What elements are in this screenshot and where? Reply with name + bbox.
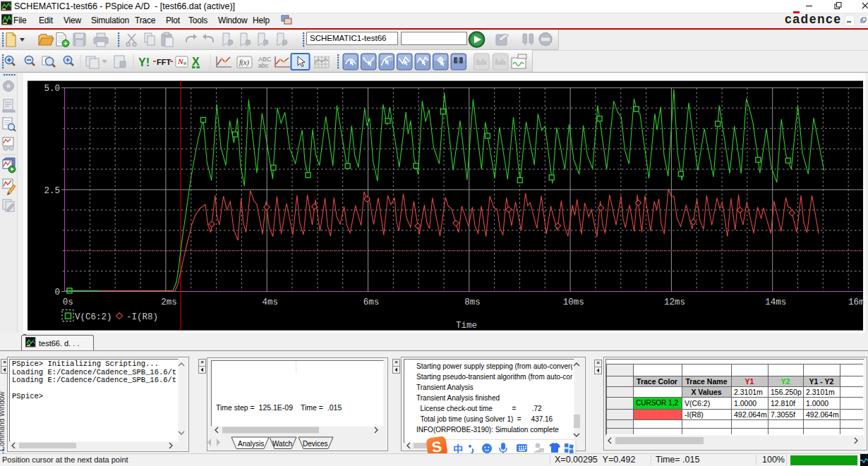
svg-text:Watch: Watch xyxy=(272,440,292,448)
svg-text:0: 0 xyxy=(54,288,60,298)
svg-text:2ms: 2ms xyxy=(161,298,177,307)
svg-text:12ms: 12ms xyxy=(664,298,685,307)
svg-text:2.5: 2.5 xyxy=(44,186,60,196)
svg-text:2.3101m: 2.3101m xyxy=(734,388,763,396)
svg-text:Y1: Y1 xyxy=(745,377,754,386)
svg-text:f(x): f(x) xyxy=(239,59,250,67)
svg-text:Time: Time xyxy=(456,321,477,331)
svg-text:10ms: 10ms xyxy=(563,298,584,307)
svg-text:2.3101m: 2.3101m xyxy=(806,388,835,396)
svg-text:0s: 0s xyxy=(63,298,73,307)
svg-text:5.0: 5.0 xyxy=(44,84,60,94)
svg-text:492.064m: 492.064m xyxy=(806,410,839,419)
svg-text:14ms: 14ms xyxy=(765,298,786,307)
svg-text:16ms: 16ms xyxy=(848,298,865,307)
svg-text:492.064m: 492.064m xyxy=(734,410,767,419)
svg-text:FFT: FFT xyxy=(157,58,171,66)
svg-text:12.810f: 12.810f xyxy=(771,399,795,407)
svg-text:156.250p: 156.250p xyxy=(771,388,802,396)
svg-text:V(C6:2): V(C6:2) xyxy=(685,399,710,407)
svg-text:15: 15 xyxy=(540,449,544,453)
svg-text:abc: abc xyxy=(258,62,269,69)
svg-text:N: N xyxy=(177,57,184,66)
svg-text:Y1 - Y2: Y1 - Y2 xyxy=(809,377,834,386)
svg-text:1.0000: 1.0000 xyxy=(734,399,757,407)
svg-text:CURSOR 1,2: CURSOR 1,2 xyxy=(636,399,678,407)
svg-text:7.3055f: 7.3055f xyxy=(771,410,795,419)
svg-text:-I(R8): -I(R8) xyxy=(685,410,704,419)
svg-text:Trace Name: Trace Name xyxy=(686,377,728,386)
svg-text:6ms: 6ms xyxy=(363,298,380,307)
svg-text:8ms: 8ms xyxy=(464,298,481,307)
svg-text:Devices: Devices xyxy=(303,440,328,448)
svg-text:-I(R8): -I(R8) xyxy=(126,312,158,322)
svg-text:X Values: X Values xyxy=(691,388,721,396)
svg-text:4ms: 4ms xyxy=(263,298,279,307)
svg-text:Y!: Y! xyxy=(138,56,150,68)
svg-text:Analysis: Analysis xyxy=(238,440,264,448)
svg-text:1.0000: 1.0000 xyxy=(806,399,828,407)
svg-text:V(C6:2): V(C6:2) xyxy=(75,312,112,322)
svg-text:Trace Color: Trace Color xyxy=(637,377,677,386)
svg-text:X: X xyxy=(192,56,200,68)
svg-text:Y2: Y2 xyxy=(781,377,790,386)
